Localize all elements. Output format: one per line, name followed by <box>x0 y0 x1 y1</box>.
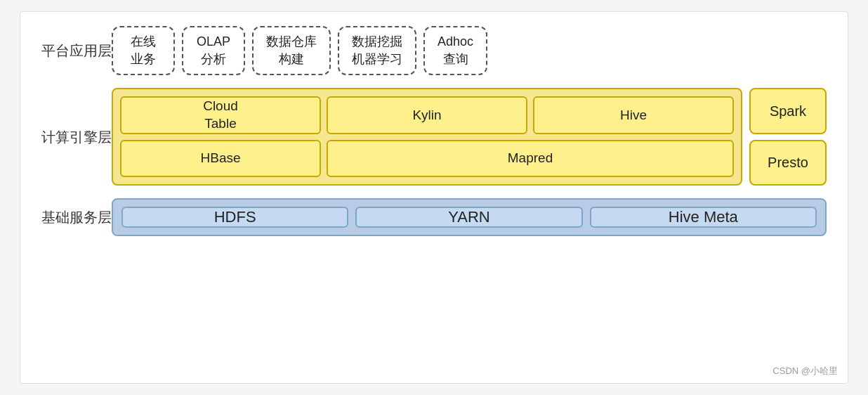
mapred-box: Mapred <box>327 140 734 177</box>
diagram-wrapper: 平台应用层 在线业务 OLAP分析 数据仓库构建 数据挖掘机器学习 Adhoc查… <box>20 11 848 384</box>
platform-item-2: 数据仓库构建 <box>252 26 331 75</box>
spark-box: Spark <box>749 88 827 134</box>
platform-item-3: 数据挖掘机器学习 <box>338 26 416 75</box>
cloud-table-box: CloudTable <box>120 96 321 134</box>
base-label: 基础服务层 <box>41 198 112 236</box>
base-layer-row: 基础服务层 HDFS YARN Hive Meta <box>41 198 827 236</box>
yarn-box: YARN <box>355 207 582 228</box>
platform-item-0: 在线业务 <box>112 26 175 75</box>
hive-meta-box: Hive Meta <box>590 207 817 228</box>
base-content: HDFS YARN Hive Meta <box>112 198 827 236</box>
compute-layer-row: 计算引擎层 CloudTable Kylin Hive HBase Mapred… <box>41 88 827 186</box>
kylin-box: Kylin <box>327 96 527 134</box>
platform-item-4: Adhoc查询 <box>423 26 487 75</box>
compute-main-grid: CloudTable Kylin Hive HBase Mapred <box>112 88 742 186</box>
presto-box: Presto <box>749 140 827 186</box>
platform-label: 平台应用层 <box>41 41 112 60</box>
compute-side-boxes: Spark Presto <box>749 88 827 186</box>
hive-box: Hive <box>533 96 734 134</box>
hdfs-box: HDFS <box>121 207 348 228</box>
hbase-box: HBase <box>120 140 321 177</box>
watermark: CSDN @小哈里 <box>772 365 838 377</box>
compute-label: 计算引擎层 <box>41 88 112 186</box>
platform-item-1: OLAP分析 <box>182 26 245 75</box>
platform-content: 在线业务 OLAP分析 数据仓库构建 数据挖掘机器学习 Adhoc查询 <box>112 26 827 75</box>
platform-layer-row: 平台应用层 在线业务 OLAP分析 数据仓库构建 数据挖掘机器学习 Adhoc查… <box>41 26 827 75</box>
